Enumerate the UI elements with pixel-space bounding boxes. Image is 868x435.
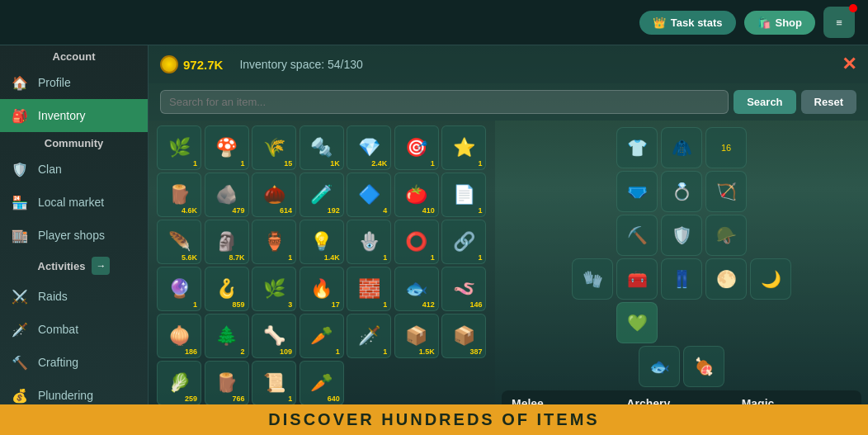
raids-icon: ⚔️	[10, 286, 30, 306]
equip-slot-armor[interactable]: 🛡️	[661, 215, 702, 256]
equip-slot-chest[interactable]: 🧥	[661, 127, 702, 168]
equip-slot-gloves[interactable]: 🧤	[572, 258, 613, 300]
bag-icon: 🛍️	[757, 17, 771, 29]
item-cell[interactable]: 🔗1	[441, 220, 486, 264]
equip-slot-gem[interactable]: 💚	[616, 302, 658, 343]
item-cell[interactable]: 🗡️1	[347, 314, 391, 358]
equip-slot-pickaxe[interactable]: ⛏️	[616, 215, 658, 256]
clan-label: Clan	[38, 163, 62, 176]
equip-slot-bow[interactable]: 🏹	[705, 171, 747, 212]
equip-slot-ring[interactable]: 💍	[661, 171, 702, 212]
equip-slot-pants[interactable]: 🩲	[616, 171, 658, 212]
item-cell[interactable]: 🌾15	[252, 125, 296, 170]
equip-spacer	[661, 302, 702, 343]
item-cell[interactable]: 🪶5.6K	[157, 220, 201, 264]
item-cell[interactable]: 🐟412	[394, 267, 439, 311]
item-cell[interactable]: 🥕640	[300, 361, 344, 404]
item-cell[interactable]: 🧪192	[300, 173, 344, 217]
sidebar-item-clan[interactable]: 🛡️ Clan	[0, 153, 148, 186]
community-header: Community	[0, 132, 148, 153]
right-panel: 👕 🧥 16 🩲 💍 🏹	[495, 121, 868, 404]
sidebar-item-raids[interactable]: ⚔️ Raids	[0, 280, 148, 313]
item-cell[interactable]: 🍄1	[205, 125, 249, 170]
sidebar-item-player-shops[interactable]: 🏬 Player shops	[0, 219, 148, 252]
item-cell[interactable]: 🌿1	[157, 125, 201, 170]
item-cell[interactable]: 🪱146	[441, 267, 486, 311]
equip-slot-shirt[interactable]: 👕	[616, 127, 658, 168]
item-cell[interactable]: 🥬259	[157, 361, 201, 404]
sidebar-item-plundering[interactable]: 💰 Plundering	[0, 379, 148, 404]
item-cell[interactable]: 🔩1K	[300, 125, 344, 170]
item-cell[interactable]: 🏺1	[252, 220, 296, 264]
sidebar-item-combat[interactable]: 🗡️ Combat	[0, 313, 148, 346]
item-cell[interactable]: 🌰614	[252, 173, 296, 217]
equip-slot-legs[interactable]: 👖	[661, 258, 702, 300]
equip-row-2: 🩲 💍 🏹	[502, 171, 861, 212]
item-cell[interactable]: 🥕1	[300, 314, 344, 358]
item-cell[interactable]: 🧱1	[347, 267, 391, 311]
item-cell[interactable]: 🦴109	[252, 314, 296, 358]
item-cell[interactable]: 🪵4.6K	[157, 173, 201, 217]
sidebar-item-crafting[interactable]: 🔨 Crafting	[0, 346, 148, 379]
inventory-label: Inventory	[38, 109, 86, 122]
item-cell[interactable]: ⭕1	[394, 220, 439, 264]
item-cell[interactable]: 🪵766	[205, 361, 249, 404]
item-cell[interactable]: 🌲2	[205, 314, 249, 358]
shop-button[interactable]: 🛍️ Shop	[744, 11, 816, 35]
equip-slot-helmet[interactable]: 🪖	[705, 215, 747, 256]
gold-amount: 972.7K	[183, 58, 223, 72]
equip-row-1: 👕 🧥 16	[502, 127, 861, 168]
clan-icon: 🛡️	[10, 159, 30, 179]
task-stats-button[interactable]: 👑 Task stats	[639, 11, 736, 35]
item-cell[interactable]: 🧅186	[157, 314, 201, 358]
item-cell[interactable]: 🔮1	[157, 267, 201, 311]
item-cell[interactable]: 💡1.4K	[300, 220, 344, 264]
item-cell[interactable]: 🌿3	[252, 267, 296, 311]
sidebar: Account 🏠 Profile 🎒 Inventory Community …	[0, 45, 149, 404]
item-cell[interactable]: 🗿8.7K	[205, 220, 249, 264]
item-cell[interactable]: 🪬1	[347, 220, 391, 264]
equip-slot-bag[interactable]: 🧰	[616, 258, 658, 300]
sidebar-item-inventory[interactable]: 🎒 Inventory	[0, 99, 148, 132]
item-cell[interactable]: 📄1	[441, 173, 486, 217]
item-cell[interactable]: 💎2.4K	[347, 125, 391, 170]
equip-slot-amulet[interactable]: 🌕	[705, 258, 747, 300]
search-input[interactable]	[160, 90, 729, 114]
item-cell[interactable]: 🔷4	[347, 173, 391, 217]
item-cell[interactable]: 🔥17	[300, 267, 344, 311]
inventory-icon: 🎒	[10, 106, 30, 125]
archery-title: Archery	[626, 397, 736, 404]
item-cell[interactable]: 📦387	[441, 314, 486, 358]
crown-icon: 👑	[653, 17, 666, 29]
combat-icon: 🗡️	[10, 319, 30, 339]
item-cell[interactable]: 📦1.5K	[394, 314, 439, 358]
item-cell[interactable]: 🎯1	[394, 125, 439, 170]
close-button[interactable]: ✕	[842, 54, 856, 75]
gold-display: 972.7K	[160, 55, 223, 73]
item-cell[interactable]: 🍅410	[394, 173, 439, 217]
combat-label: Combat	[38, 323, 78, 336]
item-cell[interactable]: 🪨479	[205, 173, 249, 217]
local-market-label: Local market	[38, 196, 104, 209]
equipment-area: 👕 🧥 16 🩲 💍 🏹	[502, 127, 861, 387]
activities-arrow[interactable]: →	[92, 257, 110, 275]
archery-stats: Archery Strength: 10 Accuracy: -28 Defen…	[626, 397, 736, 404]
item-cell[interactable]: 📜1	[252, 361, 296, 404]
item-cell[interactable]: ⭐1	[441, 125, 486, 170]
equip-slot-16[interactable]: 16	[705, 127, 747, 168]
search-button[interactable]: Search	[734, 90, 795, 114]
melee-stats: Melee Strength: 11 Accuracy: 13 Defence:…	[512, 397, 621, 404]
equip-slot-fish2[interactable]: 🍖	[683, 346, 724, 387]
sidebar-item-local-market[interactable]: 🏪 Local market	[0, 186, 148, 219]
inventory-header: 972.7K Inventory space: 54/130 ✕	[149, 45, 868, 83]
top-bar: 👑 Task stats 🛍️ Shop ≡	[0, 0, 868, 45]
home-icon: 🏠	[10, 73, 30, 92]
main-container: Account 🏠 Profile 🎒 Inventory Community …	[0, 45, 868, 404]
equip-slot-fish1[interactable]: 🐟	[639, 346, 680, 387]
reset-button[interactable]: Reset	[801, 90, 856, 114]
item-cell[interactable]: 🪝859	[205, 267, 249, 311]
sidebar-item-profile[interactable]: 🏠 Profile	[0, 66, 148, 99]
notification-dot	[849, 4, 857, 12]
menu-button[interactable]: ≡	[823, 7, 855, 38]
equip-slot-offhand[interactable]: 🌙	[750, 258, 791, 300]
